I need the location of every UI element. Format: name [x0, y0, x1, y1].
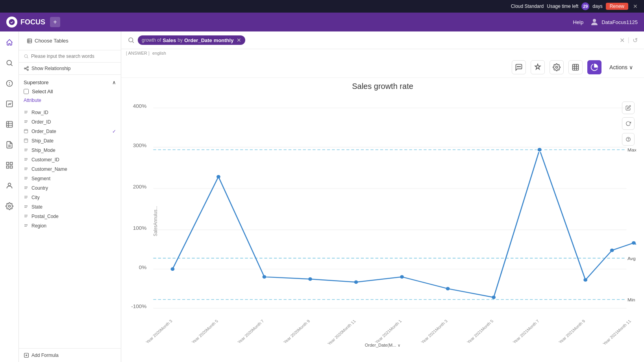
- nav-home-icon[interactable]: [3, 36, 16, 49]
- field-name: Order_Date: [31, 129, 56, 134]
- nav-analysis-icon[interactable]: [3, 159, 16, 172]
- pin-toolbar-icon[interactable]: [531, 60, 545, 74]
- field-type-icon: [24, 204, 29, 210]
- field-type-icon: [24, 166, 29, 172]
- field-item[interactable]: Country: [19, 183, 121, 193]
- svg-point-67: [129, 38, 133, 42]
- add-formula-button[interactable]: Add Formula: [19, 348, 121, 362]
- field-item[interactable]: Order_ID: [19, 117, 121, 127]
- field-type-icon: [24, 148, 29, 153]
- close-banner-icon[interactable]: ✕: [633, 3, 638, 9]
- field-item[interactable]: Customer_ID: [19, 155, 121, 164]
- pill-close-icon[interactable]: ✕: [237, 37, 241, 43]
- nav-document-icon[interactable]: [3, 139, 16, 151]
- svg-text:Year 2021Month 9: Year 2021Month 9: [557, 319, 586, 344]
- svg-rect-13: [6, 166, 9, 168]
- field-type-icon: [24, 223, 29, 229]
- svg-point-94: [632, 241, 636, 245]
- field-type-icon: [24, 157, 29, 163]
- nav-info-icon[interactable]: [3, 77, 16, 90]
- search-pill[interactable]: growth of Sales by Order_Date monthly ✕: [138, 35, 245, 45]
- field-item[interactable]: Customer_Name: [19, 164, 121, 174]
- field-type-icon: [24, 138, 29, 144]
- svg-rect-10: [6, 163, 9, 165]
- svg-point-68: [517, 66, 518, 67]
- gear-toolbar-icon[interactable]: [550, 60, 564, 74]
- svg-text:Year 2021Month 11: Year 2021Month 11: [602, 319, 632, 346]
- table-view-toolbar-icon[interactable]: [568, 60, 583, 74]
- field-type-icon: [24, 119, 29, 125]
- nav-search-icon[interactable]: [3, 57, 16, 69]
- field-item[interactable]: Segment: [19, 174, 121, 183]
- usage-time-text: Usage time left: [547, 4, 578, 9]
- cloud-standard-text: Cloud Standard: [511, 4, 544, 9]
- svg-rect-72: [573, 65, 579, 70]
- actions-button[interactable]: Actions ∨: [606, 63, 636, 72]
- svg-text:Year 2020Month 5: Year 2020Month 5: [191, 319, 219, 344]
- collapse-icon: ∧: [112, 79, 116, 85]
- field-name: Country: [31, 185, 48, 191]
- field-type-icon: [24, 110, 29, 115]
- answer-label-bar: [ ANSWER ] english: [121, 49, 644, 57]
- chart-title: Sales growth rate: [129, 82, 636, 91]
- show-relationship-btn[interactable]: Show Relationship: [19, 63, 121, 75]
- svg-text:Year 2020Month 11: Year 2020Month 11: [326, 319, 357, 346]
- svg-text:0%: 0%: [139, 264, 147, 270]
- x-axis-label: Order_Date(M...: [365, 343, 396, 347]
- field-item[interactable]: Postal_Code: [19, 212, 121, 221]
- field-item[interactable]: State: [19, 202, 121, 212]
- svg-point-69: [518, 66, 519, 67]
- select-all-row: Select All: [24, 87, 116, 96]
- line-chart-svg: 400% 300% 200% 100% 0% -100% SalesAnnulu…: [129, 95, 636, 347]
- nav-user-icon[interactable]: [3, 179, 16, 192]
- field-item[interactable]: Ship_Mode: [19, 146, 121, 155]
- refresh-search-icon[interactable]: ↺: [633, 37, 638, 44]
- data-point-0: [170, 267, 174, 271]
- svg-point-20: [27, 69, 29, 71]
- days-label: days: [592, 4, 602, 9]
- data-point-1: [217, 175, 220, 179]
- x-axis-dropdown-icon[interactable]: ∨: [398, 343, 400, 347]
- field-type-icon: [24, 214, 29, 219]
- comment-toolbar-icon[interactable]: [512, 60, 526, 74]
- field-name: Region: [31, 223, 46, 229]
- choose-tables-button[interactable]: Choose Tables: [24, 36, 72, 45]
- table-name: Superstore: [24, 79, 49, 85]
- svg-point-14: [8, 183, 11, 186]
- clear-search-icon[interactable]: ✕: [620, 37, 625, 44]
- table-header[interactable]: Superstore ∧: [24, 78, 116, 87]
- data-point-2: [263, 275, 266, 279]
- help-link[interactable]: Help: [573, 19, 583, 25]
- svg-point-2: [7, 60, 11, 65]
- field-name: Customer_ID: [31, 157, 59, 163]
- field-item[interactable]: City: [19, 193, 121, 202]
- svg-rect-29: [24, 129, 28, 133]
- show-relationship-label: Show Relationship: [31, 66, 70, 71]
- field-item[interactable]: Region: [19, 221, 121, 231]
- search-bar-actions: ✕ | ↺: [620, 37, 638, 44]
- logo-area: FOCUS: [6, 17, 45, 28]
- app-title: FOCUS: [20, 18, 45, 26]
- pill-by: by: [178, 37, 183, 43]
- field-item[interactable]: Row_ID: [19, 108, 121, 117]
- renew-button[interactable]: Renew: [606, 3, 628, 10]
- sidebar: Choose Tables Show Relationship Supersto…: [19, 31, 121, 362]
- svg-rect-33: [24, 139, 28, 142]
- select-all-checkbox[interactable]: [24, 89, 29, 94]
- bracket-open: [: [126, 51, 127, 55]
- header-right: Help DataFocus1125: [573, 17, 638, 27]
- new-tab-button[interactable]: +: [50, 17, 60, 27]
- user-menu[interactable]: DataFocus1125: [590, 17, 638, 27]
- nav-settings-icon[interactable]: [3, 200, 16, 212]
- sidebar-search-input[interactable]: [31, 54, 116, 59]
- search-bar-area: growth of Sales by Order_Date monthly ✕ …: [121, 31, 644, 49]
- field-item[interactable]: Order_Date ✓: [19, 127, 121, 136]
- pill-sales: Sales: [163, 37, 176, 43]
- field-item[interactable]: Ship_Date: [19, 136, 121, 146]
- data-point-5: [400, 275, 404, 279]
- nav-table-icon[interactable]: [3, 118, 16, 131]
- field-name: Ship_Date: [31, 138, 54, 144]
- nav-chart-icon[interactable]: [3, 98, 16, 110]
- pie-chart-toolbar-icon[interactable]: [587, 60, 601, 74]
- x-axis-label-area[interactable]: Order_Date(M... ∨: [365, 343, 400, 347]
